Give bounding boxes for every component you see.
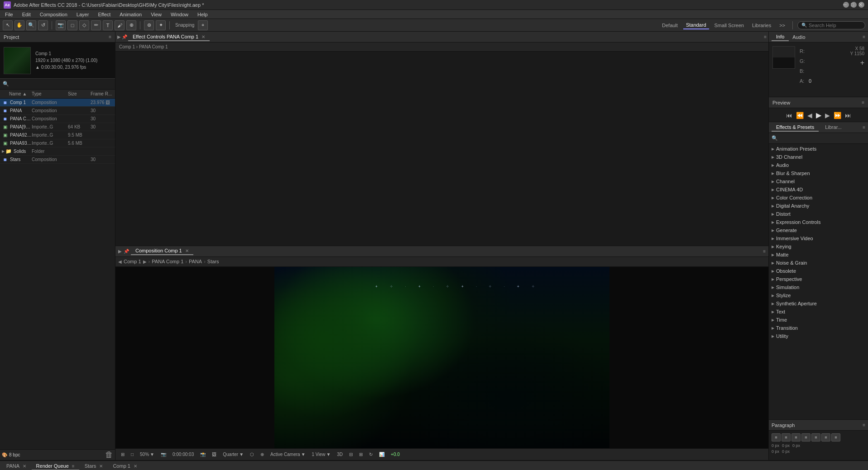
menu-edit[interactable]: Edit bbox=[21, 12, 32, 17]
breadcrumb-pana[interactable]: PANA bbox=[189, 259, 202, 264]
effect-cat-digital-anarchy[interactable]: ▶ Digital Anarchy bbox=[769, 202, 868, 210]
minimize-button[interactable]: ─ bbox=[843, 2, 849, 8]
tab-libraries[interactable]: Librar... bbox=[820, 123, 846, 132]
preview-menu-icon[interactable]: ≡ bbox=[862, 100, 864, 105]
prev-back-icon[interactable]: ⏪ bbox=[796, 112, 804, 119]
tool-camera[interactable]: 📷 bbox=[56, 20, 66, 30]
breadcrumb-comp1[interactable]: Comp 1 bbox=[124, 259, 141, 264]
tab-audio[interactable]: Audio bbox=[792, 34, 805, 40]
para-align-center[interactable]: ≡ bbox=[782, 433, 791, 442]
comp-view-btn[interactable]: 1 View ▼ bbox=[310, 451, 333, 458]
prev-last-icon[interactable]: ⏭ bbox=[845, 112, 851, 119]
menu-composition[interactable]: Composition bbox=[38, 12, 69, 17]
comp-camera-btn[interactable]: Active Camera ▼ bbox=[269, 451, 307, 458]
tool-shape[interactable]: ◇ bbox=[79, 20, 89, 30]
comp-preview-icon[interactable]: □ bbox=[129, 451, 135, 458]
effect-cat-channel[interactable]: ▶ Channel bbox=[769, 177, 868, 185]
ec-menu-icon[interactable]: ≡ bbox=[764, 34, 767, 39]
project-menu-icon[interactable]: ≡ bbox=[109, 34, 111, 39]
tab-effects-presets[interactable]: Effects & Presets bbox=[772, 123, 819, 132]
workspace-standard[interactable]: Standard bbox=[683, 21, 709, 29]
render-queue-menu-icon[interactable]: ≡ bbox=[72, 464, 75, 469]
workspace-small-screen[interactable]: Small Screen bbox=[712, 22, 747, 29]
comp-show-snap-icon[interactable]: 🖼 bbox=[210, 451, 218, 458]
tab-render-queue[interactable]: Render Queue ≡ bbox=[32, 462, 79, 470]
add-item-icon[interactable]: 🗑 bbox=[105, 450, 113, 460]
project-item-pana923[interactable]: ▣ PANA[92..3].jpg Importe..G 64 KB 30 bbox=[0, 123, 115, 131]
tab-pana[interactable]: PANA ✕ bbox=[2, 462, 31, 470]
effect-cat-cinema4d[interactable]: ▶ CINEMA 4D bbox=[769, 185, 868, 194]
tab-stars[interactable]: Stars ✕ bbox=[80, 462, 108, 470]
project-item-solids[interactable]: ▶ 📁 Solids Folder bbox=[0, 147, 115, 156]
comp-snapshot-icon[interactable]: 📸 bbox=[198, 451, 207, 458]
prev-fwd-icon[interactable]: ⏩ bbox=[834, 112, 841, 119]
snapping-toggle[interactable]: ⌖ bbox=[198, 20, 208, 30]
project-item-pana9320[interactable]: ▣ PANA9320.JPG Importe..G 5.6 MB bbox=[0, 139, 115, 147]
tool-hand[interactable]: ✋ bbox=[14, 20, 24, 30]
comp-graph-icon[interactable]: 📊 bbox=[377, 451, 386, 458]
info-menu-icon[interactable]: ≡ bbox=[863, 34, 865, 39]
breadcrumb-pana-comp1[interactable]: PANA Comp 1 bbox=[152, 259, 183, 264]
ec-collapse-icon[interactable]: ▶ bbox=[117, 34, 121, 39]
para-align-right[interactable]: ≡ bbox=[791, 433, 801, 442]
pana-tab-close[interactable]: ✕ bbox=[23, 464, 26, 469]
tool-mask[interactable]: □ bbox=[67, 20, 77, 30]
effect-cat-color-correction[interactable]: ▶ Color Correction bbox=[769, 194, 868, 202]
effect-cat-matte[interactable]: ▶ Matte bbox=[769, 251, 868, 259]
comp-grid-icon[interactable]: ⊞ bbox=[119, 451, 126, 458]
window-controls[interactable]: ─ □ ✕ bbox=[843, 2, 864, 8]
effect-cat-text[interactable]: ▶ Text bbox=[769, 308, 868, 316]
effect-cat-immersive-video[interactable]: ▶ Immersive Video bbox=[769, 234, 868, 242]
prev-frame-fwd-icon[interactable]: ▶ bbox=[825, 112, 830, 119]
prev-play-icon[interactable]: ▶ bbox=[816, 111, 821, 119]
tool-brush[interactable]: 🖌 bbox=[115, 20, 125, 30]
tool-pen[interactable]: ✏ bbox=[91, 20, 101, 30]
menu-window[interactable]: Window bbox=[169, 12, 190, 17]
comp-menu-icon[interactable]: ≡ bbox=[763, 249, 766, 254]
effect-cat-keying[interactable]: ▶ Keying bbox=[769, 242, 868, 251]
breadcrumb-stars[interactable]: Stars bbox=[207, 259, 219, 264]
project-search-input[interactable] bbox=[11, 81, 112, 87]
workspace-more[interactable]: >> bbox=[777, 22, 788, 29]
para-justify-center[interactable]: ≡ bbox=[811, 433, 820, 442]
comp-refresh-icon[interactable]: ↻ bbox=[367, 451, 374, 458]
effect-cat-animation-presets[interactable]: ▶ Animation Presets bbox=[769, 145, 868, 153]
comp-pixel-icon[interactable]: ⊞ bbox=[357, 451, 364, 458]
effect-cat-obsolete[interactable]: ▶ Obsolete bbox=[769, 267, 868, 275]
prev-frame-back-icon[interactable]: ◀ bbox=[807, 112, 812, 119]
para-justify-all[interactable]: ≡ bbox=[831, 433, 840, 442]
breadcrumb-back-icon[interactable]: ◀ bbox=[118, 259, 122, 264]
effect-cat-transition[interactable]: ▶ Transition bbox=[769, 324, 868, 332]
workspace-libraries[interactable]: Libraries bbox=[749, 22, 774, 29]
breadcrumb-forward-icon[interactable]: ▶ bbox=[143, 259, 147, 264]
tool-zoom[interactable]: 🔍 bbox=[26, 20, 36, 30]
menu-view[interactable]: View bbox=[149, 12, 163, 17]
comp-resolution-btn[interactable]: Quarter ▼ bbox=[221, 451, 245, 458]
tool-text[interactable]: T bbox=[103, 20, 113, 30]
search-bar[interactable]: 🔍 bbox=[797, 21, 865, 29]
close-button[interactable]: ✕ bbox=[858, 2, 864, 8]
effect-cat-simulation[interactable]: ▶ Simulation bbox=[769, 283, 868, 291]
effect-cat-audio[interactable]: ▶ Audio bbox=[769, 161, 868, 169]
menu-layer[interactable]: Layer bbox=[75, 12, 91, 17]
effect-cat-time[interactable]: ▶ Time bbox=[769, 316, 868, 324]
ec-pin-icon[interactable]: 📌 bbox=[122, 34, 127, 39]
comp1-bottom-tab-close[interactable]: ✕ bbox=[134, 464, 137, 469]
workspace-default[interactable]: Default bbox=[659, 22, 681, 29]
tool-clone[interactable]: ⊕ bbox=[126, 20, 136, 30]
tab-comp1-bottom[interactable]: Comp 1 ✕ bbox=[108, 462, 142, 470]
tool-select[interactable]: ↖ bbox=[3, 20, 13, 30]
search-input[interactable] bbox=[809, 23, 861, 28]
effect-cat-blur-sharpen[interactable]: ▶ Blur & Sharpen bbox=[769, 169, 868, 177]
comp-zoom-btn[interactable]: 50% ▼ bbox=[138, 451, 156, 458]
para-justify-right[interactable]: ≡ bbox=[821, 433, 830, 442]
tool-extra[interactable]: ✦ bbox=[156, 20, 166, 30]
ec-tab-close[interactable]: ✕ bbox=[201, 34, 205, 39]
effects-search-input[interactable] bbox=[780, 136, 865, 141]
project-item-pana9265[interactable]: ▣ PANA9265.JPG Importe..G 9.5 MB bbox=[0, 131, 115, 139]
tab-composition[interactable]: Composition Comp 1 ✕ bbox=[131, 247, 193, 255]
effect-cat-perspective[interactable]: ▶ Perspective bbox=[769, 275, 868, 283]
comp-target-icon[interactable]: ⊕ bbox=[259, 451, 266, 458]
comp-timecode[interactable]: 0:00:00:03 bbox=[171, 451, 196, 458]
project-search-bar[interactable]: 🔍 bbox=[0, 79, 115, 90]
